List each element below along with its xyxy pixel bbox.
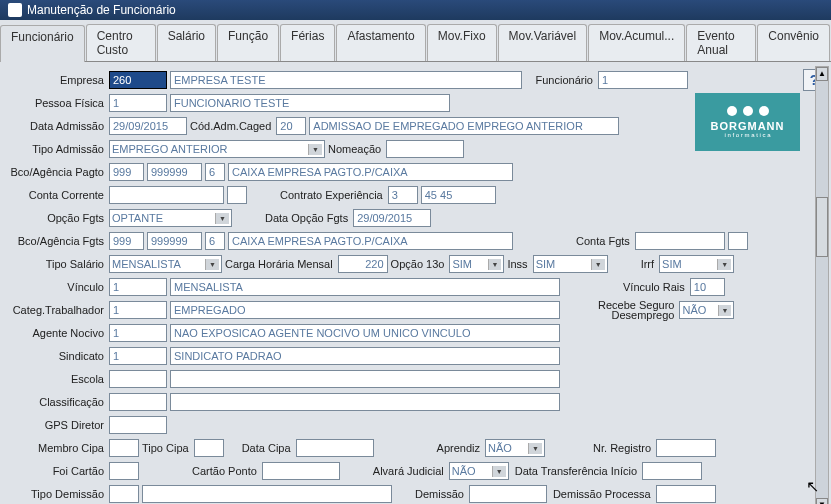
- irrf-select[interactable]: SIM: [659, 255, 734, 273]
- label-vinculo-rais: Vínculo Rais: [623, 281, 687, 293]
- sindicato-cod-input[interactable]: [109, 347, 167, 365]
- label-bco-agencia-pagto: Bco/Agência Pagto: [6, 166, 106, 178]
- window-icon: [8, 3, 22, 17]
- brand-sub: i n f o r m a t i c a: [724, 132, 770, 138]
- cod-adm-caged-input[interactable]: [276, 117, 306, 135]
- tipo-demissao-desc-input[interactable]: [142, 485, 392, 503]
- label-tipo-demissao: Tipo Demissão: [6, 488, 106, 500]
- agencia-fgts-input[interactable]: [147, 232, 202, 250]
- gps-diretor-input[interactable]: [109, 416, 167, 434]
- titlebar: Manutenção de Funcionário: [0, 0, 831, 20]
- opcao-13o-select[interactable]: SIM: [449, 255, 504, 273]
- label-membro-cipa: Membro Cipa: [6, 442, 106, 454]
- tipo-cipa-input[interactable]: [194, 439, 224, 457]
- label-data-admissao: Data Admissão: [6, 120, 106, 132]
- label-demissao-processa: Demissão Processa: [553, 488, 653, 500]
- bco-pagto-desc-input[interactable]: [228, 163, 513, 181]
- tab-ferias[interactable]: Férias: [280, 24, 335, 61]
- label-data-transferencia: Data Transferência Início: [515, 465, 639, 477]
- contrato-exp-input[interactable]: [388, 186, 418, 204]
- tab-mov-acumul[interactable]: Mov.Acumul...: [588, 24, 685, 61]
- vinculo-desc-input[interactable]: [170, 278, 560, 296]
- vinculo-rais-input[interactable]: [690, 278, 725, 296]
- conta-corrente-input[interactable]: [109, 186, 224, 204]
- opcao-fgts-select[interactable]: OPTANTE: [109, 209, 232, 227]
- demissao-input[interactable]: [469, 485, 547, 503]
- label-recebe-seguro: Recebe SeguroDesemprego: [598, 300, 676, 320]
- empresa-nome-input[interactable]: [170, 71, 522, 89]
- bco-pagto-dig-input[interactable]: [205, 163, 225, 181]
- tab-funcao[interactable]: Função: [217, 24, 279, 61]
- tab-funcionario[interactable]: Funcionário: [0, 25, 85, 62]
- agencia-pagto-input[interactable]: [147, 163, 202, 181]
- tab-evento-anual[interactable]: Evento Anual: [686, 24, 756, 61]
- scroll-down-icon[interactable]: ▼: [816, 498, 828, 504]
- funcionario-cod-input[interactable]: [598, 71, 688, 89]
- contrato-exp-desc-input[interactable]: [421, 186, 496, 204]
- tab-centro-custo[interactable]: Centro Custo: [86, 24, 156, 61]
- tipo-demissao-input[interactable]: [109, 485, 139, 503]
- tipo-salario-select[interactable]: MENSALISTA: [109, 255, 222, 273]
- label-agente-nocivo: Agente Nocivo: [6, 327, 106, 339]
- label-aprendiz: Aprendiz: [437, 442, 482, 454]
- classificacao-desc-input[interactable]: [170, 393, 560, 411]
- agente-nocivo-desc-input[interactable]: [170, 324, 560, 342]
- label-alvara-judicial: Alvará Judicial: [373, 465, 446, 477]
- label-bco-agencia-fgts: Bco/Agência Fgts: [6, 235, 106, 247]
- categ-trab-cod-input[interactable]: [109, 301, 167, 319]
- label-nomeacao: Nomeação: [328, 143, 383, 155]
- agente-nocivo-cod-input[interactable]: [109, 324, 167, 342]
- membro-cipa-input[interactable]: [109, 439, 139, 457]
- categ-trab-desc-input[interactable]: [170, 301, 560, 319]
- escola-cod-input[interactable]: [109, 370, 167, 388]
- carga-horaria-input[interactable]: [338, 255, 388, 273]
- bco-fgts-input[interactable]: [109, 232, 144, 250]
- tab-salario[interactable]: Salário: [157, 24, 216, 61]
- data-transferencia-input[interactable]: [642, 462, 702, 480]
- label-irrf: Irrf: [641, 258, 656, 270]
- data-cipa-input[interactable]: [296, 439, 374, 457]
- label-inss: Inss: [507, 258, 529, 270]
- sindicato-desc-input[interactable]: [170, 347, 560, 365]
- recebe-seguro-select[interactable]: NÃO: [679, 301, 734, 319]
- nr-registro-input[interactable]: [656, 439, 716, 457]
- data-opcao-fgts-input[interactable]: [353, 209, 431, 227]
- label-contrato-experiencia: Contrato Experiência: [280, 189, 385, 201]
- bco-fgts-desc-input[interactable]: [228, 232, 513, 250]
- classificacao-cod-input[interactable]: [109, 393, 167, 411]
- label-tipo-salario: Tipo Salário: [6, 258, 106, 270]
- bco-fgts-dig-input[interactable]: [205, 232, 225, 250]
- scroll-up-icon[interactable]: ▲: [816, 67, 828, 81]
- pessoa-fisica-nome-input[interactable]: [170, 94, 450, 112]
- label-cod-adm-caged: Cód.Adm.Caged: [190, 120, 273, 132]
- conta-fgts-input[interactable]: [635, 232, 725, 250]
- alvara-select[interactable]: NÃO: [449, 462, 509, 480]
- tab-mov-variavel[interactable]: Mov.Variável: [498, 24, 588, 61]
- label-escola: Escola: [6, 373, 106, 385]
- label-conta-fgts: Conta Fgts: [576, 235, 632, 247]
- pessoa-fisica-cod-input[interactable]: [109, 94, 167, 112]
- vertical-scrollbar[interactable]: ▲ ▼: [815, 66, 829, 504]
- conta-fgts-dig-input[interactable]: [728, 232, 748, 250]
- bco-pagto-input[interactable]: [109, 163, 144, 181]
- empresa-cod-input[interactable]: [109, 71, 167, 89]
- label-tipo-admissao: Tipo Admissão: [6, 143, 106, 155]
- escola-desc-input[interactable]: [170, 370, 560, 388]
- tab-mov-fixo[interactable]: Mov.Fixo: [427, 24, 497, 61]
- tab-afastamento[interactable]: Afastamento: [336, 24, 425, 61]
- cartao-ponto-input[interactable]: [262, 462, 340, 480]
- nomeacao-input[interactable]: [386, 140, 464, 158]
- tipo-admissao-select[interactable]: EMPREGO ANTERIOR: [109, 140, 325, 158]
- tab-convenio[interactable]: Convênio: [757, 24, 830, 61]
- conta-corrente-dig-input[interactable]: [227, 186, 247, 204]
- demissao-processa-input[interactable]: [656, 485, 716, 503]
- vinculo-cod-input[interactable]: [109, 278, 167, 296]
- aprendiz-select[interactable]: NÃO: [485, 439, 545, 457]
- data-admissao-input[interactable]: [109, 117, 187, 135]
- label-carga-horaria: Carga Horária Mensal: [225, 258, 335, 270]
- foi-cartao-input[interactable]: [109, 462, 139, 480]
- label-gps-diretor: GPS Diretor: [6, 419, 106, 431]
- inss-select[interactable]: SIM: [533, 255, 608, 273]
- scroll-thumb[interactable]: [816, 197, 828, 257]
- cod-adm-caged-desc-input[interactable]: [309, 117, 619, 135]
